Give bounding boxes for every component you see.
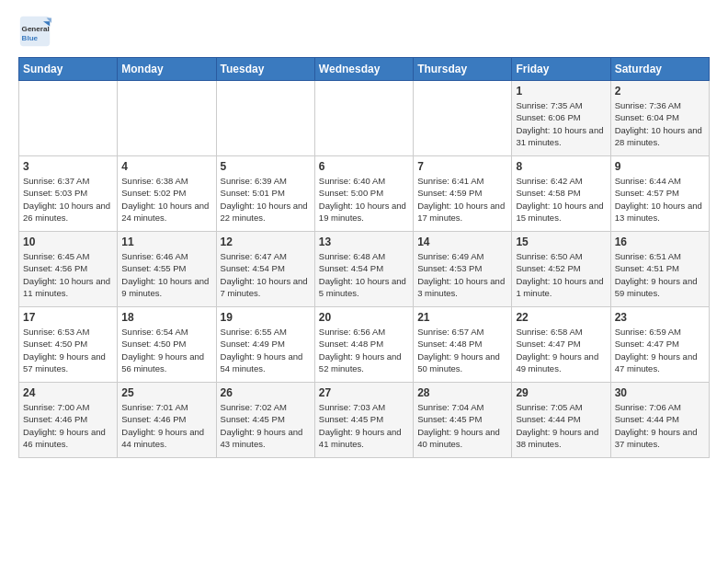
cell-content: Sunrise: 6:58 AM Sunset: 4:47 PM Dayligh… [516,326,606,374]
calendar-cell [414,81,512,156]
cell-content: Sunrise: 7:03 AM Sunset: 4:45 PM Dayligh… [319,401,409,450]
calendar-cell: 23Sunrise: 6:59 AM Sunset: 4:47 PM Dayli… [610,307,709,383]
calendar-table: SundayMondayTuesdayWednesdayThursdayFrid… [18,57,710,458]
calendar-cell: 4Sunrise: 6:38 AM Sunset: 5:02 PM Daylig… [118,156,216,232]
svg-text:General: General [22,25,50,33]
cell-content: Sunrise: 7:06 AM Sunset: 4:44 PM Dayligh… [615,401,705,450]
svg-text:Blue: Blue [22,34,39,42]
calendar-cell: 29Sunrise: 7:05 AM Sunset: 4:44 PM Dayli… [512,383,610,458]
weekday-header: Saturday [610,58,709,81]
calendar-week-row: 3Sunrise: 6:37 AM Sunset: 5:03 PM Daylig… [19,156,710,232]
cell-content: Sunrise: 7:01 AM Sunset: 4:46 PM Dayligh… [121,401,211,450]
cell-content: Sunrise: 6:37 AM Sunset: 5:03 PM Dayligh… [23,175,113,224]
calendar-cell: 9Sunrise: 6:44 AM Sunset: 4:57 PM Daylig… [610,156,709,232]
calendar-cell: 28Sunrise: 7:04 AM Sunset: 4:45 PM Dayli… [414,383,512,458]
day-number: 30 [615,386,705,399]
day-number: 14 [417,236,507,248]
day-number: 27 [319,386,409,399]
weekday-header: Sunday [19,58,118,81]
day-number: 24 [23,386,113,399]
cell-content: Sunrise: 6:53 AM Sunset: 4:50 PM Dayligh… [23,326,113,374]
calendar-cell: 22Sunrise: 6:58 AM Sunset: 4:47 PM Dayli… [512,307,610,383]
calendar-cell: 5Sunrise: 6:39 AM Sunset: 5:01 PM Daylig… [216,156,314,232]
calendar-cell: 15Sunrise: 6:50 AM Sunset: 4:52 PM Dayli… [512,232,610,307]
weekday-header: Tuesday [216,58,314,81]
weekday-header: Monday [118,58,216,81]
day-number: 18 [121,311,211,324]
calendar-cell: 21Sunrise: 6:57 AM Sunset: 4:48 PM Dayli… [414,307,512,383]
day-number: 12 [221,236,311,248]
day-number: 29 [516,386,606,399]
calendar-cell: 10Sunrise: 6:45 AM Sunset: 4:56 PM Dayli… [19,232,118,307]
day-number: 23 [615,311,705,324]
day-number: 22 [516,311,606,324]
cell-content: Sunrise: 6:55 AM Sunset: 4:49 PM Dayligh… [221,326,311,374]
day-number: 8 [516,160,606,173]
cell-content: Sunrise: 6:49 AM Sunset: 4:53 PM Dayligh… [417,250,507,299]
day-number: 4 [121,160,211,173]
day-number: 15 [516,236,606,248]
day-number: 2 [615,85,705,98]
weekday-header: Friday [512,58,610,81]
calendar-cell [314,81,413,156]
calendar-cell [118,81,216,156]
calendar-cell: 25Sunrise: 7:01 AM Sunset: 4:46 PM Dayli… [118,383,216,458]
calendar-cell: 24Sunrise: 7:00 AM Sunset: 4:46 PM Dayli… [19,383,118,458]
calendar-cell: 11Sunrise: 6:46 AM Sunset: 4:55 PM Dayli… [118,232,216,307]
calendar-cell: 30Sunrise: 7:06 AM Sunset: 4:44 PM Dayli… [610,383,709,458]
calendar-cell: 2Sunrise: 7:36 AM Sunset: 6:04 PM Daylig… [610,81,709,156]
day-number: 28 [417,386,507,399]
calendar-cell [19,81,118,156]
cell-content: Sunrise: 6:46 AM Sunset: 4:55 PM Dayligh… [121,250,211,299]
day-number: 6 [319,160,409,173]
calendar-cell: 16Sunrise: 6:51 AM Sunset: 4:51 PM Dayli… [610,232,709,307]
day-number: 21 [417,311,507,324]
header: General Blue [18,15,710,48]
day-number: 10 [23,236,113,248]
calendar-cell: 17Sunrise: 6:53 AM Sunset: 4:50 PM Dayli… [19,307,118,383]
day-number: 25 [121,386,211,399]
header-row: SundayMondayTuesdayWednesdayThursdayFrid… [19,58,710,81]
calendar-cell: 18Sunrise: 6:54 AM Sunset: 4:50 PM Dayli… [118,307,216,383]
weekday-header: Wednesday [314,58,413,81]
calendar-cell: 12Sunrise: 6:47 AM Sunset: 4:54 PM Dayli… [216,232,314,307]
calendar-cell: 3Sunrise: 6:37 AM Sunset: 5:03 PM Daylig… [19,156,118,232]
day-number: 19 [221,311,311,324]
cell-content: Sunrise: 7:35 AM Sunset: 6:06 PM Dayligh… [516,99,606,148]
calendar-cell: 14Sunrise: 6:49 AM Sunset: 4:53 PM Dayli… [414,232,512,307]
cell-content: Sunrise: 6:47 AM Sunset: 4:54 PM Dayligh… [221,250,311,299]
cell-content: Sunrise: 6:45 AM Sunset: 4:56 PM Dayligh… [23,250,113,299]
calendar-week-row: 10Sunrise: 6:45 AM Sunset: 4:56 PM Dayli… [19,232,710,307]
cell-content: Sunrise: 6:50 AM Sunset: 4:52 PM Dayligh… [516,250,606,299]
day-number: 3 [23,160,113,173]
calendar-cell: 27Sunrise: 7:03 AM Sunset: 4:45 PM Dayli… [314,383,413,458]
cell-content: Sunrise: 6:56 AM Sunset: 4:48 PM Dayligh… [319,326,409,374]
day-number: 16 [615,236,705,248]
page: General Blue SundayMondayTuesdayWednesda… [0,0,728,467]
cell-content: Sunrise: 6:51 AM Sunset: 4:51 PM Dayligh… [615,250,705,299]
logo: General Blue [18,15,51,48]
calendar-cell: 6Sunrise: 6:40 AM Sunset: 5:00 PM Daylig… [314,156,413,232]
cell-content: Sunrise: 6:38 AM Sunset: 5:02 PM Dayligh… [121,175,211,224]
cell-content: Sunrise: 6:39 AM Sunset: 5:01 PM Dayligh… [221,175,311,224]
calendar-cell: 8Sunrise: 6:42 AM Sunset: 4:58 PM Daylig… [512,156,610,232]
weekday-header: Thursday [414,58,512,81]
cell-content: Sunrise: 7:02 AM Sunset: 4:45 PM Dayligh… [221,401,311,450]
day-number: 17 [23,311,113,324]
cell-content: Sunrise: 6:59 AM Sunset: 4:47 PM Dayligh… [615,326,705,374]
day-number: 1 [516,85,606,98]
cell-content: Sunrise: 6:42 AM Sunset: 4:58 PM Dayligh… [516,175,606,224]
calendar-cell [216,81,314,156]
calendar-week-row: 24Sunrise: 7:00 AM Sunset: 4:46 PM Dayli… [19,383,710,458]
calendar-cell: 7Sunrise: 6:41 AM Sunset: 4:59 PM Daylig… [414,156,512,232]
cell-content: Sunrise: 6:44 AM Sunset: 4:57 PM Dayligh… [615,175,705,224]
day-number: 20 [319,311,409,324]
cell-content: Sunrise: 7:04 AM Sunset: 4:45 PM Dayligh… [417,401,507,450]
calendar-cell: 19Sunrise: 6:55 AM Sunset: 4:49 PM Dayli… [216,307,314,383]
calendar-week-row: 1Sunrise: 7:35 AM Sunset: 6:06 PM Daylig… [19,81,710,156]
cell-content: Sunrise: 6:40 AM Sunset: 5:00 PM Dayligh… [319,175,409,224]
day-number: 5 [221,160,311,173]
calendar-cell: 26Sunrise: 7:02 AM Sunset: 4:45 PM Dayli… [216,383,314,458]
cell-content: Sunrise: 7:05 AM Sunset: 4:44 PM Dayligh… [516,401,606,450]
calendar-cell: 1Sunrise: 7:35 AM Sunset: 6:06 PM Daylig… [512,81,610,156]
